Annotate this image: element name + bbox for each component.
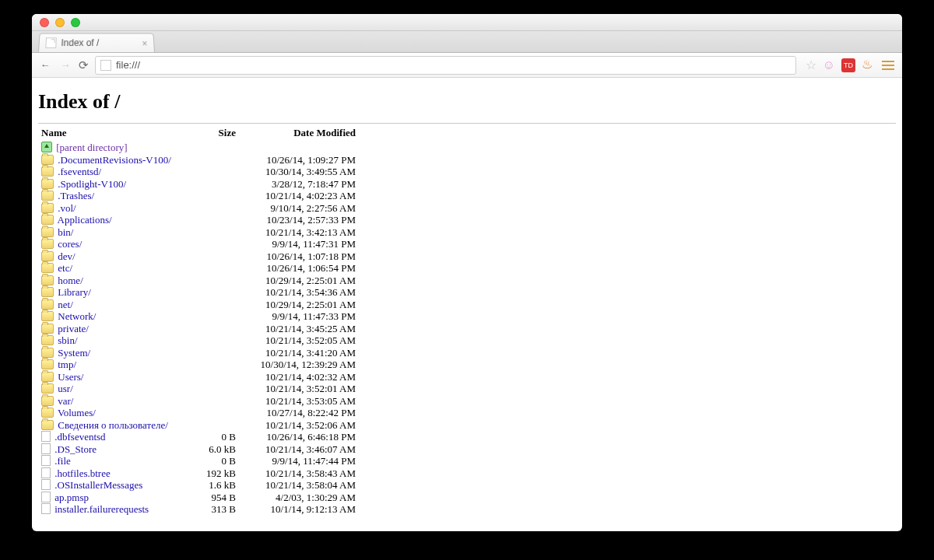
entry-link[interactable]: .Spotlight-V100/	[58, 178, 126, 190]
directory-row: .OSInstallerMessages1.6 kB10/21/14, 3:58…	[38, 479, 896, 492]
browser-menu-button[interactable]	[882, 58, 896, 72]
entry-link[interactable]: installer.failurerequests	[54, 503, 149, 515]
browser-tab[interactable]: Index of / ×	[38, 33, 155, 52]
entry-link[interactable]: private/	[58, 323, 89, 334]
entry-size: 0 B	[194, 431, 250, 443]
bookmark-star-icon[interactable]: ☆	[806, 58, 816, 72]
entry-link[interactable]: .vol/	[58, 202, 75, 214]
extension-todo-icon[interactable]: TD	[841, 58, 855, 72]
entry-link[interactable]: Applications/	[58, 214, 112, 226]
entry-size	[194, 323, 250, 335]
entry-link[interactable]: net/	[58, 299, 73, 310]
entry-link[interactable]: bin/	[58, 226, 73, 238]
traffic-lights	[40, 18, 80, 27]
entry-size	[194, 286, 250, 299]
folder-icon	[41, 348, 54, 358]
entry-date: 10/21/14, 3:52:06 AM	[250, 419, 360, 432]
entry-link[interactable]: cores/	[58, 238, 82, 250]
directory-row: .vol/9/10/14, 2:27:56 AM	[38, 202, 896, 215]
entry-date: 10/26/14, 1:07:18 PM	[250, 250, 360, 263]
entry-date: 10/21/14, 3:58:04 AM	[250, 479, 360, 492]
page-heading: Index of /	[38, 90, 896, 114]
folder-icon	[41, 324, 54, 334]
extension-flame-icon[interactable]: ♨	[862, 58, 876, 72]
entry-link[interactable]: Library/	[58, 286, 91, 298]
reload-button[interactable]: ⟳	[79, 58, 89, 72]
page-content: Index of / Name Size Date Modified	[32, 78, 902, 531]
entry-date: 10/21/14, 3:45:25 AM	[250, 323, 360, 335]
entry-size	[194, 154, 250, 166]
address-bar[interactable]: file:///	[95, 56, 796, 75]
folder-icon	[41, 396, 54, 406]
entry-link[interactable]: etc/	[58, 262, 72, 274]
entry-link[interactable]: .Trashes/	[58, 190, 94, 201]
directory-row: ap.pmsp954 B4/2/03, 1:30:29 AM	[38, 492, 896, 504]
entry-link[interactable]: .hotfiles.btree	[54, 467, 110, 479]
entry-link[interactable]: usr/	[58, 383, 73, 394]
directory-row: .hotfiles.btree192 kB10/21/14, 3:58:43 A…	[38, 467, 896, 480]
entry-link[interactable]: .OSInstallerMessages	[54, 479, 142, 491]
close-window-button[interactable]	[40, 18, 49, 27]
column-header-date[interactable]: Date Modified	[250, 125, 360, 142]
tab-title: Index of /	[61, 37, 99, 48]
entry-link[interactable]: System/	[58, 347, 90, 359]
folder-icon	[41, 359, 54, 369]
column-header-name[interactable]: Name	[38, 125, 194, 142]
entry-link[interactable]: var/	[58, 395, 73, 407]
site-identity-icon	[100, 60, 111, 71]
entry-size	[194, 310, 250, 323]
entry-size	[194, 238, 250, 250]
directory-row: etc/10/26/14, 1:06:54 PM	[38, 262, 896, 275]
minimize-window-button[interactable]	[55, 18, 65, 27]
entry-link[interactable]: .DocumentRevisions-V100/	[58, 154, 171, 166]
folder-icon	[41, 179, 54, 189]
extension-smiley-icon[interactable]: ☺	[823, 58, 835, 72]
entry-link[interactable]: Network/	[58, 310, 96, 322]
forward-button[interactable]: →	[58, 59, 72, 71]
folder-icon	[41, 215, 54, 225]
entry-date: 10/21/14, 4:02:32 AM	[250, 371, 360, 383]
entry-date: 10/21/14, 3:41:20 AM	[250, 347, 360, 359]
entry-size	[194, 395, 250, 408]
maximize-window-button[interactable]	[71, 18, 80, 27]
entry-link[interactable]: .dbfseventsd	[54, 431, 105, 443]
folder-icon	[41, 227, 54, 237]
entry-size	[194, 299, 250, 311]
entry-date: 4/2/03, 1:30:29 AM	[250, 492, 360, 504]
back-button[interactable]: ←	[38, 59, 52, 71]
entry-size: 313 B	[194, 503, 250, 516]
entry-link[interactable]: Сведения о пользователе/	[58, 419, 168, 431]
entry-link[interactable]: .fseventsd/	[58, 166, 101, 177]
directory-row: installer.failurerequests313 B10/1/14, 9…	[38, 503, 896, 516]
entry-date: 10/27/14, 8:22:42 PM	[250, 407, 360, 419]
entry-link[interactable]: .DS_Store	[54, 443, 97, 455]
browser-toolbar: ← → ⟳ file:/// ☆ ☺ TD ♨	[32, 53, 902, 78]
entry-date: 10/21/14, 3:53:05 AM	[250, 395, 360, 408]
entry-link[interactable]: Users/	[58, 371, 83, 383]
folder-icon	[41, 311, 54, 321]
entry-link[interactable]: tmp/	[58, 359, 76, 370]
directory-row: home/10/29/14, 2:25:01 AM	[38, 275, 896, 287]
tab-close-button[interactable]: ×	[142, 38, 148, 49]
folder-icon	[41, 372, 54, 382]
entry-link[interactable]: sbin/	[58, 334, 77, 346]
entry-date: 10/23/14, 2:57:33 PM	[250, 214, 360, 226]
entry-link[interactable]: .file	[54, 455, 71, 467]
directory-row: .DocumentRevisions-V100/10/26/14, 1:09:2…	[38, 154, 896, 166]
parent-directory-link[interactable]: [parent directory]	[56, 142, 127, 153]
column-header-size[interactable]: Size	[194, 125, 250, 142]
entry-link[interactable]: dev/	[58, 250, 75, 262]
tab-strip: Index of / ×	[32, 31, 902, 53]
folder-icon	[41, 299, 54, 310]
directory-row: dev/10/26/14, 1:07:18 PM	[38, 250, 896, 263]
directory-listing-table: Name Size Date Modified [parent director…	[38, 125, 896, 516]
file-icon	[41, 492, 51, 502]
directory-row: Library/10/21/14, 3:54:36 AM	[38, 286, 896, 299]
tab-favicon-icon	[45, 37, 57, 48]
file-icon	[41, 443, 51, 454]
entry-link[interactable]: ap.pmsp	[54, 492, 89, 503]
entry-date: 10/21/14, 3:52:01 AM	[250, 383, 360, 395]
entry-link[interactable]: Volumes/	[58, 407, 96, 418]
folder-icon	[41, 408, 54, 418]
entry-link[interactable]: home/	[58, 275, 83, 286]
